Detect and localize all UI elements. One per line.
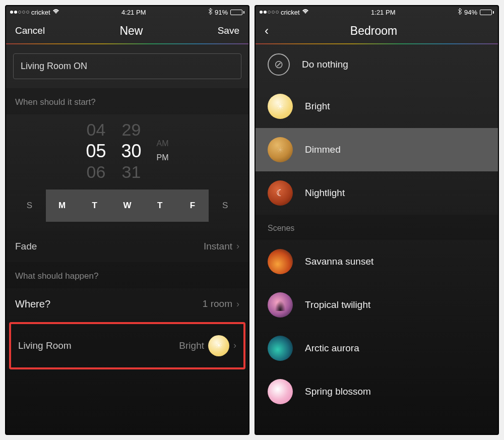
preset-label: Bright (305, 101, 330, 112)
preset-do-nothing[interactable]: ⊘ Do nothing (256, 44, 498, 85)
chevron-right-icon: › (236, 241, 239, 252)
hour-picker[interactable]: 04 05 06 (86, 119, 106, 182)
phone-left: cricket 4:21 PM 91% Cancel New Save Livi… (5, 5, 249, 435)
hour-next: 06 (87, 162, 106, 182)
pm-label: PM (157, 153, 169, 162)
time-picker[interactable]: 04 05 06 29 30 31 AM PM (6, 114, 248, 190)
signal-dots-icon (10, 11, 29, 14)
day-wed[interactable]: W (111, 190, 144, 222)
am-label: AM (157, 139, 169, 148)
chevron-right-icon: › (233, 340, 236, 351)
status-right: 91% (208, 8, 244, 16)
fade-label: Fade (15, 241, 37, 252)
ampm-picker[interactable]: AM PM (157, 139, 169, 162)
status-bar: cricket 1:21 PM 94% (256, 6, 498, 18)
minute-picker[interactable]: 29 30 31 (121, 119, 142, 182)
nightlight-icon: ☾ (268, 180, 293, 206)
status-bar: cricket 4:21 PM 91% (6, 6, 248, 18)
scene-spring-blossom[interactable]: Spring blossom (256, 370, 498, 413)
fade-value: Instant (204, 241, 232, 252)
bluetooth-icon (208, 8, 212, 16)
battery-pct-label: 91% (215, 9, 228, 16)
scenes-list: Savanna sunset Tropical twilight Arctic … (256, 240, 498, 413)
arctic-icon (268, 336, 293, 361)
save-button[interactable]: Save (218, 25, 239, 36)
where-row[interactable]: Where? 1 room › (6, 288, 248, 320)
clock-label: 4:21 PM (121, 9, 146, 16)
scene-label: Savanna sunset (305, 256, 373, 267)
scene-label: Arctic aurora (305, 343, 359, 354)
scenes-header: Scenes (256, 215, 498, 240)
fade-value-group: Instant › (204, 241, 239, 252)
scene-label: Tropical twilight (305, 299, 370, 310)
sun-icon: ☀ (268, 137, 293, 162)
null-icon: ⊘ (274, 58, 283, 71)
battery-icon (230, 10, 244, 15)
status-left: cricket (260, 9, 309, 16)
back-button[interactable]: ‹ (265, 24, 269, 38)
preset-bright[interactable]: ☀ Bright (256, 85, 498, 128)
wifi-icon (302, 9, 309, 16)
divider-rainbow (6, 43, 248, 44)
tropical-icon (268, 292, 293, 318)
day-sun[interactable]: S (13, 190, 46, 222)
clock-label: 1:21 PM (371, 9, 395, 16)
minute-prev: 29 (122, 119, 141, 140)
status-right: 94% (458, 8, 494, 16)
divider-rainbow (256, 43, 498, 44)
preset-dimmed[interactable]: ☀ Dimmed (256, 128, 498, 171)
hour-prev: 04 (87, 119, 106, 140)
battery-pct-label: 94% (464, 9, 477, 16)
preset-label: Dimmed (305, 144, 341, 155)
preset-list: ⊘ Do nothing ☀ Bright ☀ Dimmed ☾ (256, 44, 498, 215)
wifi-icon (52, 9, 59, 16)
scene-savanna-sunset[interactable]: Savanna sunset (256, 240, 498, 283)
day-sat[interactable]: S (209, 190, 241, 222)
dimmed-icon: ☀ (268, 137, 293, 162)
where-label: Where? (15, 298, 50, 310)
content-right: ⊘ Do nothing ☀ Bright ☀ Dimmed ☾ (256, 44, 498, 434)
day-tue[interactable]: T (78, 190, 111, 222)
where-value: 1 room (203, 298, 232, 309)
section-what-header: What should happen? (6, 262, 248, 288)
room-scene-label: Bright (179, 340, 204, 351)
routine-name-input[interactable]: Living Room ON (13, 53, 241, 79)
chevron-right-icon: › (236, 299, 239, 309)
scene-label: Spring blossom (305, 386, 371, 397)
savanna-icon (268, 249, 293, 274)
carrier-label: cricket (281, 9, 300, 16)
nav-bar: ‹ Bedroom (256, 18, 498, 43)
day-thu[interactable]: T (144, 190, 176, 222)
carrier-label: cricket (31, 9, 50, 16)
days-row: S M T W T F S (6, 190, 248, 231)
sun-icon: ☀ (268, 94, 293, 119)
minute-value: 30 (121, 140, 142, 162)
nav-title: New (119, 24, 143, 38)
hour-value: 05 (86, 140, 106, 162)
preset-nightlight[interactable]: ☾ Nightlight (256, 171, 498, 215)
moon-icon: ☾ (276, 187, 284, 199)
battery-icon (480, 10, 494, 15)
where-value-group: 1 room › (203, 298, 239, 309)
cancel-button[interactable]: Cancel (15, 25, 45, 36)
day-mon[interactable]: M (46, 190, 79, 222)
preset-label: Nightlight (305, 187, 345, 199)
do-nothing-icon: ⊘ (268, 53, 290, 76)
spring-icon (268, 379, 293, 404)
section-when-header: When should it start? (6, 88, 248, 114)
bluetooth-icon (458, 8, 462, 16)
scene-arctic-aurora[interactable]: Arctic aurora (256, 327, 498, 370)
bright-icon: ☀ (268, 94, 293, 119)
scene-tropical-twilight[interactable]: Tropical twilight (256, 283, 498, 327)
room-row[interactable]: Living Room Bright ☀ › (11, 324, 243, 367)
room-row-highlight: Living Room Bright ☀ › (9, 322, 245, 369)
minute-next: 31 (122, 162, 141, 182)
palm-icon (274, 299, 286, 311)
room-name: Living Room (18, 340, 72, 351)
preset-label: Do nothing (302, 59, 348, 70)
fade-row[interactable]: Fade Instant › (6, 231, 248, 262)
content-left: Living Room ON When should it start? 04 … (6, 44, 248, 434)
day-fri[interactable]: F (176, 190, 209, 222)
status-left: cricket (10, 9, 59, 16)
routine-name-section: Living Room ON (6, 44, 248, 88)
